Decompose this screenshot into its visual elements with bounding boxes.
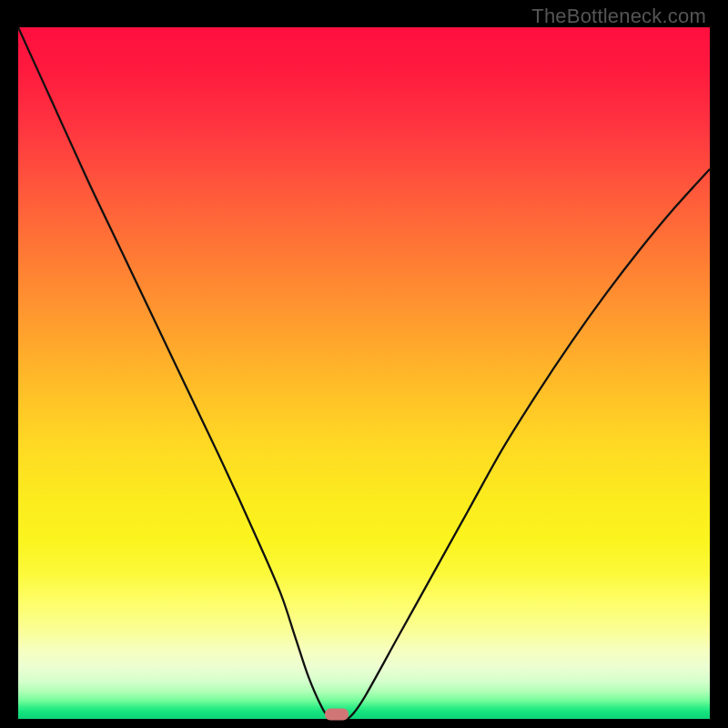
plot-area bbox=[18, 27, 710, 719]
optimum-marker bbox=[325, 709, 349, 721]
watermark-text: TheBottleneck.com bbox=[531, 5, 706, 28]
curve-svg bbox=[18, 27, 710, 719]
chart-container: TheBottleneck.com bbox=[0, 0, 728, 728]
bottleneck-curve bbox=[18, 27, 710, 718]
